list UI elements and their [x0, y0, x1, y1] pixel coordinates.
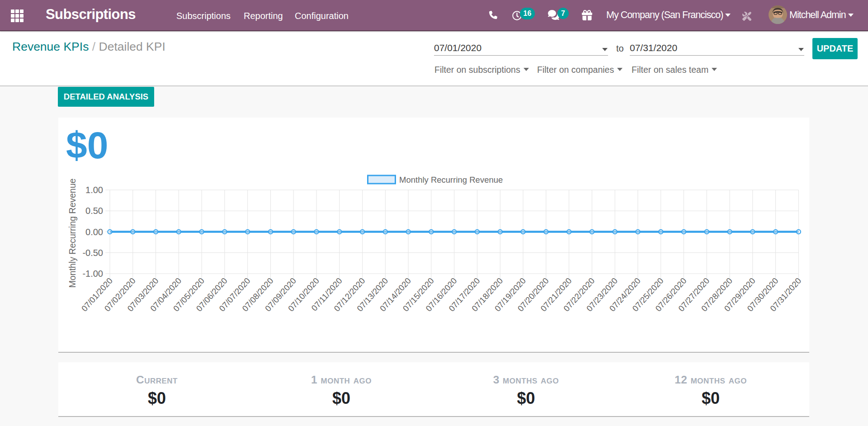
svg-text:-1.00: -1.00: [82, 269, 103, 279]
svg-text:Monthly Recurring Revenue: Monthly Recurring Revenue: [67, 179, 77, 288]
svg-text:-0.50: -0.50: [82, 248, 103, 258]
svg-text:1.00: 1.00: [85, 185, 103, 195]
svg-text:0.00: 0.00: [85, 227, 103, 237]
svg-text:0.50: 0.50: [85, 206, 103, 216]
svg-text:Monthly Recurring Revenue: Monthly Recurring Revenue: [399, 175, 503, 185]
